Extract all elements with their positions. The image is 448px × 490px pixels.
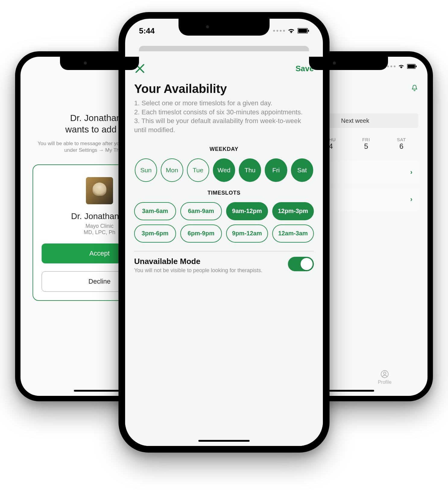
unavailable-toggle[interactable] xyxy=(288,257,314,271)
day-fri[interactable]: Fri xyxy=(265,158,287,182)
day-number: 5 xyxy=(349,142,383,151)
bell-icon[interactable] xyxy=(411,84,418,92)
unavailable-title: Unavailable Mode xyxy=(134,257,263,266)
slot-9am-12pm[interactable]: 9am-12pm xyxy=(226,202,268,220)
availability-sheet: Save Your Availability 1. Select one or … xyxy=(125,54,323,446)
timeslots-heading: TIMESLOTS xyxy=(134,190,314,196)
timeslot-row-2: 3pm-6pm 6pm-9pm 9pm-12am 12am-3am xyxy=(134,224,314,243)
unavailable-subtitle: You will not be visible to people lookin… xyxy=(134,267,263,274)
day-wed[interactable]: Wed xyxy=(213,158,235,182)
phone-center: 5:44 Save Your Availability 1. Select on… xyxy=(118,12,330,453)
weekday-heading: WEEKDAY xyxy=(134,146,314,152)
slot-3pm-6pm[interactable]: 3pm-6pm xyxy=(134,224,176,243)
chevron-right-icon: › xyxy=(410,196,412,203)
day-label: FRI xyxy=(349,137,383,142)
day-number: 6 xyxy=(384,142,418,151)
battery-icon xyxy=(298,28,309,33)
svg-rect-4 xyxy=(408,65,415,68)
slot-3am-6am[interactable]: 3am-6am xyxy=(134,202,176,220)
svg-point-7 xyxy=(383,372,386,374)
day-sun[interactable]: Sun xyxy=(135,158,157,182)
wifi-icon xyxy=(398,64,405,69)
wifi-icon xyxy=(287,28,295,34)
toggle-knob xyxy=(301,258,313,270)
svg-rect-9 xyxy=(298,29,307,33)
weekday-row: Sun Mon Tue Wed Thu Fri Sat xyxy=(134,158,314,182)
day-sat[interactable]: Sat xyxy=(291,158,313,182)
day-mon[interactable]: Mon xyxy=(161,158,183,182)
notch xyxy=(178,19,270,36)
signal-dots-icon xyxy=(273,30,285,32)
day-cell-sat[interactable]: SAT 6 xyxy=(384,135,418,154)
desc-line-2: 2. Each timeslot consists of six 30-minu… xyxy=(134,108,314,117)
avatar xyxy=(86,177,113,204)
status-icons xyxy=(273,28,309,34)
sheet-grab-indicator xyxy=(139,46,309,51)
desc-line-3: 3. This will be your default availabilit… xyxy=(134,116,314,134)
slot-9pm-12am[interactable]: 9pm-12am xyxy=(226,224,268,243)
svg-rect-5 xyxy=(416,65,417,67)
home-indicator xyxy=(198,440,250,442)
sheet-description: 1. Select one or more timeslots for a gi… xyxy=(134,99,314,135)
status-icons xyxy=(384,64,417,69)
home-indicator xyxy=(74,390,125,392)
chevron-right-icon: › xyxy=(410,168,412,176)
day-cell-fri[interactable]: FRI 5 xyxy=(349,135,383,154)
day-tue[interactable]: Tue xyxy=(187,158,209,182)
status-time: 5:44 xyxy=(139,26,155,36)
slot-6pm-9pm[interactable]: 6pm-9pm xyxy=(180,224,222,243)
notch xyxy=(309,57,388,70)
day-label: SAT xyxy=(384,137,418,142)
tab-label: Profile xyxy=(378,380,391,385)
svg-rect-10 xyxy=(308,30,309,32)
tab-profile[interactable]: Profile xyxy=(378,370,391,385)
profile-icon xyxy=(380,370,389,378)
desc-line-1: 1. Select one or more timeslots for a gi… xyxy=(134,99,314,108)
battery-icon xyxy=(407,64,417,69)
divider xyxy=(134,251,314,251)
home-indicator xyxy=(323,390,374,392)
timeslot-row-1: 3am-6am 6am-9am 9am-12pm 12pm-3pm xyxy=(134,202,314,220)
notch xyxy=(60,57,139,70)
slot-12pm-3pm[interactable]: 12pm-3pm xyxy=(272,202,314,220)
day-thu[interactable]: Thu xyxy=(239,158,261,182)
slot-12am-3am[interactable]: 12am-3am xyxy=(272,224,314,243)
sheet-title: Your Availability xyxy=(134,82,314,96)
slot-6am-9am[interactable]: 6am-9am xyxy=(180,202,222,220)
